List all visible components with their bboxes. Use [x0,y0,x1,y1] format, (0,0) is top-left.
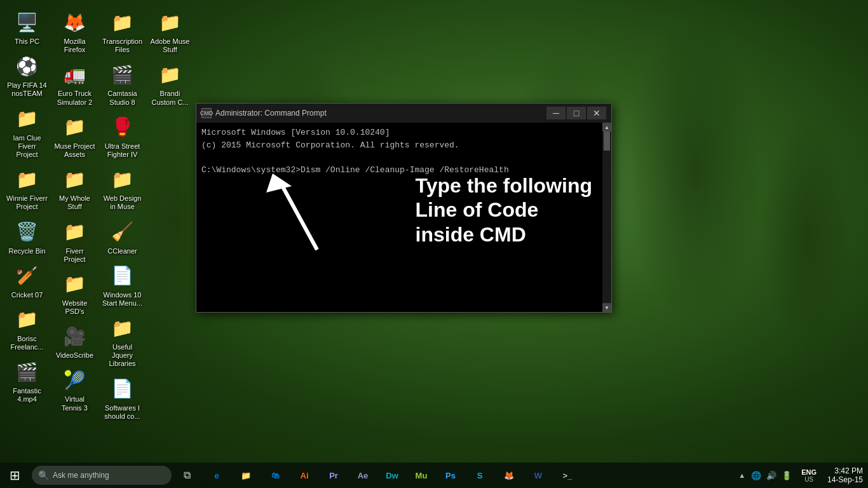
cmd-window-controls: ─ □ ✕ [546,107,606,119]
desktop-icon-ccleaner[interactable]: 🧹CCleaner [98,216,146,259]
taskbar-app-icon-folder: 📁 [241,471,251,480]
desktop-icon-cricket-07[interactable]: 🏏Cricket 07 [3,260,51,302]
language-indicator[interactable]: ENG US [797,467,820,484]
cmd-maximize-button[interactable]: □ [567,107,586,119]
taskbar-app-mu[interactable]: Mu [407,463,436,488]
icon-label-videoscribe: VideoScribe [56,351,93,360]
network-icon[interactable]: 🌐 [749,470,763,482]
taskbar-app-ps[interactable]: Ps [436,463,465,488]
icon-image-virtual-tennis: 🎾 [62,367,88,393]
desktop-icon-videoscribe[interactable]: 🎥VideoScribe [51,320,98,363]
icon-label-borisc-freelanc: Borisc Freelanc... [6,335,48,351]
icon-label-iam-clue: Iam Clue Fiverr Project [6,134,48,159]
taskbar-right-area: ▲ 🌐 🔊 🔋 ENG US 3:42 PM 14-Sep-15 [732,463,868,488]
icon-image-transcription: 📁 [110,10,135,35]
taskbar-app-word[interactable]: W [524,463,553,488]
cmd-body[interactable]: Microsoft Windows [Version 10.0.10240] (… [196,123,611,312]
cmd-close-button[interactable]: ✕ [587,107,606,119]
desktop-icon-fiverr-project[interactable]: 📁Fiverr Project [51,216,98,267]
icon-label-winnie-fiverr: Winnie Fiverr Project [6,194,48,211]
taskbar-app-icon-pr: Pr [329,471,338,480]
task-view-button[interactable]: ⧉ [174,463,200,488]
icon-image-windows10-start: 📄 [110,263,135,288]
language-region: US [804,476,813,483]
desktop-icon-transcription[interactable]: 📁Transcription Files [98,6,146,57]
desktop: 🖥️This PC⚽Play FIFA 14 nosTEAM📁Iam Clue … [0,0,868,488]
desktop-icon-website-psds[interactable]: 📁Website PSD's [51,268,98,319]
icon-image-recycle-bin: 🗑️ [15,219,40,245]
icon-image-camtasia: 🎬 [110,62,135,87]
system-tray: ▲ 🌐 🔊 🔋 [732,470,797,482]
search-placeholder-text: Ask me anything [53,471,109,480]
arrow-icon [260,167,336,256]
icon-image-borisc-freelanc: 📁 [15,307,40,332]
taskbar-app-icon-ps: Ps [445,471,456,480]
desktop-icon-windows10-start[interactable]: 📄Windows 10 Start Menu... [98,260,146,311]
desktop-icon-winnie-fiverr[interactable]: 📁Winnie Fiverr Project [3,163,51,214]
icon-label-cricket-07: Cricket 07 [11,291,43,299]
desktop-icon-ultra-street[interactable]: 🥊Ultra Street Fighter IV [98,111,146,162]
cmd-minimize-button[interactable]: ─ [546,107,566,119]
desktop-icon-this-pc[interactable]: 🖥️This PC [3,6,51,49]
icon-label-virtual-tennis: Virtual Tennis 3 [54,395,95,412]
taskbar-app-edge[interactable]: e [202,463,231,488]
desktop-icon-my-whole-stuff[interactable]: 📁My Whole Stuff [51,163,98,214]
taskbar-app-firefox[interactable]: 🦊 [494,463,524,488]
taskbar-app-folder[interactable]: 📁 [231,463,261,488]
icon-label-softwares-i: Softwares I should co... [102,404,143,421]
taskbar-app-icon-skype: S [477,471,483,480]
desktop-icon-euro-truck[interactable]: 🚛Euro Truck Simulator 2 [51,58,98,109]
clock-display[interactable]: 3:42 PM 14-Sep-15 [820,465,868,485]
icon-label-brandi-custom: Brandi Custom C... [149,90,191,106]
desktop-icon-web-design-muse[interactable]: 📁Web Design in Muse [98,163,146,214]
desktop-icons-area: 🖥️This PC⚽Play FIFA 14 nosTEAM📁Iam Clue … [0,0,184,458]
icon-label-fiverr-project: Fiverr Project [54,247,95,264]
icon-label-website-psds: Website PSD's [54,299,95,316]
cmd-titlebar: CMD Administrator: Command Prompt ─ □ ✕ [196,104,611,123]
scroll-down-button[interactable]: ▼ [602,303,611,312]
icon-image-web-design-muse: 📁 [110,166,135,192]
start-button[interactable]: ⊞ [0,463,29,488]
taskbar-app-icon-edge: e [214,471,219,480]
desktop-icon-play-fifa[interactable]: ⚽Play FIFA 14 nosTEAM [3,50,51,101]
icon-image-ultra-street: 🥊 [110,114,135,140]
desktop-icon-fantastic-mp4[interactable]: 🎬Fantastic 4.mp4 [3,356,51,407]
desktop-icon-brandi-custom[interactable]: 📁Brandi Custom C... [146,58,194,109]
desktop-icon-softwares-i[interactable]: 📄Softwares I should co... [98,373,146,424]
search-bar[interactable]: 🔍 Ask me anything [32,466,172,485]
taskbar-app-icon-dw: Dw [386,471,398,480]
icon-label-play-fifa: Play FIFA 14 nosTEAM [6,81,48,98]
taskbar-app-skype[interactable]: S [465,463,494,488]
taskbar-app-pr[interactable]: Pr [319,463,348,488]
battery-icon[interactable]: 🔋 [780,470,794,482]
desktop-icon-virtual-tennis[interactable]: 🎾Virtual Tennis 3 [51,364,98,415]
icon-label-recycle-bin: Recycle Bin [8,247,45,255]
desktop-icon-camtasia[interactable]: 🎬Camtasia Studio 8 [98,58,146,109]
volume-icon[interactable]: 🔊 [764,470,778,482]
taskbar-app-ai[interactable]: Ai [290,463,319,488]
cmd-window[interactable]: CMD Administrator: Command Prompt ─ □ ✕ … [196,103,612,313]
icon-label-fantastic-mp4: Fantastic 4.mp4 [6,387,48,403]
cmd-scrollbar[interactable]: ▲ ▼ [602,123,611,312]
icon-image-iam-clue: 📁 [15,106,40,132]
show-hidden-tray-button[interactable]: ▲ [736,470,748,480]
desktop-icon-useful-jquery[interactable]: 📁Useful Jquery Libraries [98,312,146,372]
icon-image-brandi-custom: 📁 [158,62,183,87]
desktop-icon-iam-clue[interactable]: 📁Iam Clue Fiverr Project [3,103,51,163]
scroll-up-button[interactable]: ▲ [602,123,611,132]
taskbar-app-ae[interactable]: Ae [348,463,377,488]
desktop-icon-adobe-muse-stuff[interactable]: 📁Adobe Muse Stuff [146,6,194,57]
icon-label-my-whole-stuff: My Whole Stuff [54,194,95,211]
taskbar-app-cmd[interactable]: >_ [553,463,582,488]
cmd-text-content: Microsoft Windows [Version 10.0.10240] (… [201,126,606,176]
desktop-icon-mozilla-firefox[interactable]: 🦊Mozilla Firefox [51,6,98,57]
desktop-icon-muse-project[interactable]: 📁Muse Project Assets [51,111,98,162]
desktop-icon-recycle-bin[interactable]: 🗑️Recycle Bin [3,216,51,259]
icon-image-play-fifa: ⚽ [15,53,40,79]
desktop-icon-borisc-freelanc[interactable]: 📁Borisc Freelanc... [3,304,51,355]
taskbar-app-store[interactable]: 🛍 [261,463,290,488]
cmd-window-icon: CMD [201,108,212,118]
svg-marker-1 [266,173,292,193]
taskbar-app-dw[interactable]: Dw [377,463,407,488]
scroll-thumb[interactable] [604,132,610,151]
